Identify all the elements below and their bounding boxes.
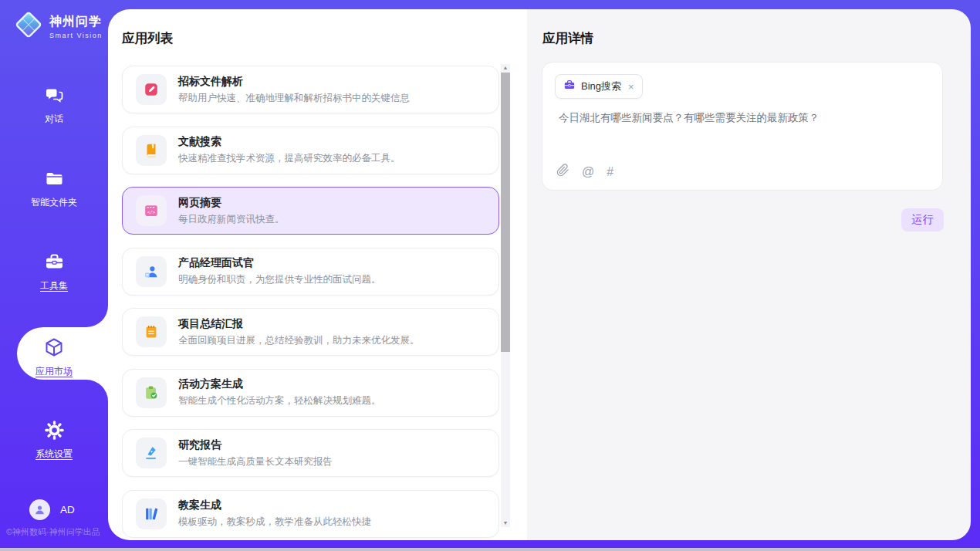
app-card-title: 文献搜索 <box>178 135 400 149</box>
logo: 神州问学 Smart Vision <box>14 10 103 42</box>
ink-pen-icon <box>136 438 167 468</box>
gear-icon <box>44 420 65 441</box>
app-card-title: 网页摘要 <box>178 196 285 210</box>
app-card-list: 招标文件解析帮助用户快速、准确地理解和解析招标书中的关键信息文献搜索快速精准查找… <box>122 66 499 540</box>
app-card-description: 帮助用户快速、准确地理解和解析招标书中的关键信息 <box>178 92 410 105</box>
app-card-1[interactable]: 招标文件解析帮助用户快速、准确地理解和解析招标书中的关键信息 <box>122 66 499 113</box>
scrollbar-thumb[interactable] <box>501 73 510 352</box>
tool-tag-bing-search[interactable]: Bing搜索 × <box>555 74 643 99</box>
pen-square-icon <box>136 74 167 105</box>
copyright-footer: ©神州数码·神州问学出品 <box>6 526 100 538</box>
sidebar-item-1[interactable]: 对话 <box>0 85 108 126</box>
app-card-description: 模板驱动，教案秒成，教学准备从此轻松快捷 <box>178 516 371 529</box>
logo-title: 神州问学 <box>49 14 103 30</box>
app-detail-title: 应用详情 <box>542 30 971 47</box>
svg-text:</>: </> <box>147 209 156 215</box>
user-initials: AD <box>60 504 75 516</box>
prompt-input[interactable]: 今日湖北有哪些新闻要点？有哪些需要关注的最新政策？ <box>559 110 927 126</box>
chat-icon <box>44 85 65 106</box>
app-card-description: 一键智能生成高质量长文本研究报告 <box>178 455 333 468</box>
active-tab-curve-bottom <box>86 380 108 401</box>
sidebar-item-label: 系统设置 <box>0 448 108 461</box>
app-list-title: 应用列表 <box>122 30 527 47</box>
app-card-description: 快速精准查找学术资源，提高研究效率的必备工具。 <box>178 152 400 165</box>
hash-icon[interactable]: # <box>607 165 613 179</box>
logo-subtitle: Smart Vision <box>49 32 103 39</box>
app-detail-panel: 应用详情 Bing搜索 × 今日湖北有哪些新闻要点？有哪些需要关注的最新政策？ <box>527 9 971 540</box>
prompt-toolbar: @ # <box>556 164 613 180</box>
app-card-description: 智能生成个性化活动方案，轻松解决规划难题。 <box>178 394 381 407</box>
briefcase-icon <box>563 79 576 94</box>
browser-icon: </> <box>136 195 167 226</box>
app-card-description: 全面回顾项目进展，总结经验教训，助力未来优化发展。 <box>178 334 420 347</box>
avatar <box>29 499 50 520</box>
app-card-4[interactable]: 产品经理面试官明确身份和职责，为您提供专业性的面试问题。 <box>122 248 499 296</box>
run-button[interactable]: 运行 <box>901 208 944 232</box>
app-card-3[interactable]: </>网页摘要每日政府新闻资讯快查。 <box>122 187 499 235</box>
tool-tag-label: Bing搜索 <box>581 79 621 93</box>
paperclip-icon[interactable] <box>556 164 569 180</box>
scrollbar[interactable]: ▲ ▼ <box>501 64 510 527</box>
app-card-description: 明确身份和职责，为您提供专业性的面试问题。 <box>178 273 381 286</box>
app-card-title: 教案生成 <box>178 499 371 512</box>
sidebar-item-2[interactable]: 智能文件夹 <box>0 168 108 209</box>
app-card-title: 研究报告 <box>178 438 333 452</box>
app-card-title: 活动方案生成 <box>178 377 381 391</box>
app-card-6[interactable]: 活动方案生成智能生成个性化活动方案，轻松解决规划难题。 <box>122 369 499 417</box>
sidebar-item-4[interactable]: 应用市场 <box>0 336 108 378</box>
app-card-description: 每日政府新闻资讯快查。 <box>178 213 285 226</box>
app-card-5[interactable]: 项目总结汇报全面回顾项目进展，总结经验教训，助力未来优化发展。 <box>122 308 499 356</box>
cube-icon <box>43 336 65 358</box>
sidebar-item-label: 对话 <box>0 113 108 126</box>
sidebar-item-label: 智能文件夹 <box>0 196 108 209</box>
sidebar-item-5[interactable]: 系统设置 <box>0 420 108 461</box>
clipboard-check-icon <box>136 377 167 408</box>
app-card-title: 项目总结汇报 <box>178 317 420 331</box>
logo-diamond-icon <box>14 10 43 42</box>
folder-icon <box>44 168 65 190</box>
app-list-panel: 应用列表 招标文件解析帮助用户快速、准确地理解和解析招标书中的关键信息文献搜索快… <box>108 9 527 540</box>
user-row[interactable]: AD <box>29 499 75 520</box>
scroll-up-icon[interactable]: ▲ <box>501 64 510 72</box>
toolbox-icon <box>44 252 65 273</box>
active-tab-curve-top <box>86 306 108 327</box>
sidebar-item-3[interactable]: 工具集 <box>0 252 108 292</box>
sidebar-item-label: 应用市场 <box>0 365 108 378</box>
notepad-icon <box>136 316 167 347</box>
prompt-card: Bing搜索 × 今日湖北有哪些新闻要点？有哪些需要关注的最新政策？ @ # <box>542 62 943 191</box>
app-card-title: 招标文件解析 <box>178 75 410 89</box>
app-card-title: 产品经理面试官 <box>178 256 381 270</box>
app-frame: 神州问学 Smart Vision 对话智能文件夹工具集应用市场系统设置 AD … <box>0 0 980 551</box>
book-icon <box>136 135 167 166</box>
app-card-8[interactable]: 教案生成模板驱动，教案秒成，教学准备从此轻松快捷 <box>122 490 499 538</box>
scroll-down-icon[interactable]: ▼ <box>501 519 510 527</box>
app-card-7[interactable]: 研究报告一键智能生成高质量长文本研究报告 <box>122 429 499 477</box>
books-icon <box>136 499 167 529</box>
at-icon[interactable]: @ <box>582 165 594 179</box>
close-icon[interactable]: × <box>628 81 634 93</box>
app-card-2[interactable]: 文献搜索快速精准查找学术资源，提高研究效率的必备工具。 <box>122 127 499 174</box>
interviewer-icon <box>136 256 167 287</box>
bottom-edge <box>0 548 980 551</box>
sidebar-item-label: 工具集 <box>0 279 108 292</box>
